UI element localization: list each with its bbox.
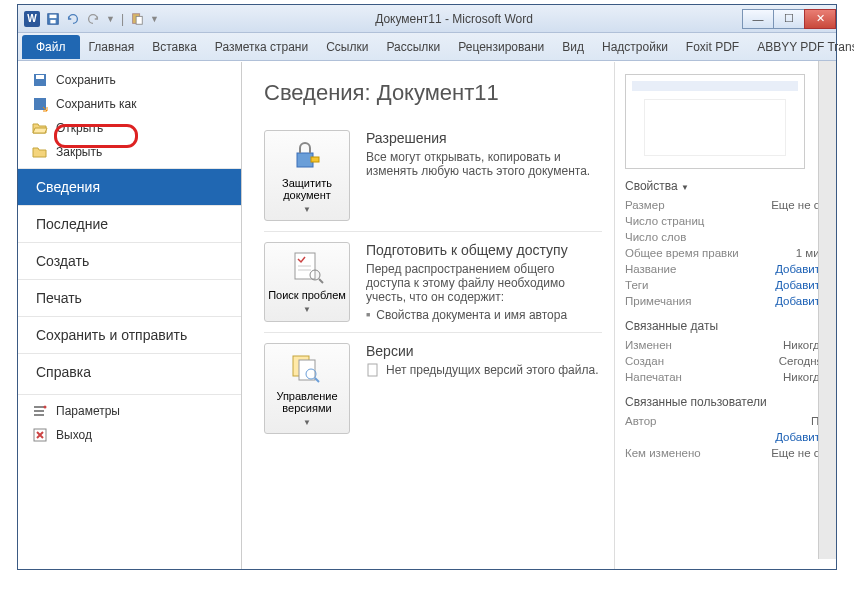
versions-label: Управление версиями: [267, 390, 347, 414]
svg-rect-10: [34, 414, 44, 416]
sidebar-new[interactable]: Создать: [18, 242, 241, 279]
ribbon-tabs: Файл Главная Вставка Разметка страни Ссы…: [18, 33, 836, 61]
check-issues-button[interactable]: Поиск проблем▼: [264, 242, 350, 322]
word-icon: W: [24, 11, 40, 27]
qat-dropdown2-icon[interactable]: ▼: [150, 14, 159, 24]
property-row: АвторПК: [625, 413, 826, 429]
property-row: НазваниеДобавить: [625, 261, 826, 277]
property-label: Число слов: [625, 231, 686, 243]
save-icon: [32, 72, 48, 88]
manage-versions-button[interactable]: Управление версиями▼: [264, 343, 350, 434]
property-row: СозданСегодня,: [625, 353, 826, 369]
property-row: Число слов0: [625, 229, 826, 245]
tab-foxit[interactable]: Foxit PDF: [677, 36, 748, 58]
sidebar-exit[interactable]: Выход: [18, 423, 241, 447]
property-label: Автор: [625, 415, 656, 427]
tab-insert[interactable]: Вставка: [143, 36, 206, 58]
tab-mailings[interactable]: Рассылки: [377, 36, 449, 58]
svg-rect-9: [34, 410, 44, 412]
sidebar-saveas[interactable]: Сохранить как: [18, 92, 241, 116]
property-label: Примечания: [625, 295, 691, 307]
property-label: Название: [625, 263, 676, 275]
properties-panel: Свойства ▼ РазмерЕще не соЧисло страницЧ…: [614, 62, 836, 569]
undo-icon[interactable]: [66, 12, 80, 26]
sidebar-open-label: Открыть: [56, 121, 103, 135]
doc-icon: [366, 363, 380, 377]
folder-close-icon: [32, 144, 48, 160]
title-bar: W ▼ | ▼ Документ11 - Microsoft Word — ☐ …: [18, 5, 836, 33]
svg-rect-1: [50, 14, 57, 18]
info-title: Сведения: Документ11: [264, 80, 602, 106]
maximize-button[interactable]: ☐: [773, 9, 805, 29]
permissions-heading: Разрешения: [366, 130, 602, 146]
sidebar-help[interactable]: Справка: [18, 353, 241, 390]
property-row: РазмерЕще не со: [625, 197, 826, 213]
versions-text: Нет предыдущих версий этого файла.: [386, 363, 599, 377]
document-thumbnail[interactable]: [625, 74, 805, 169]
sidebar-saveas-label: Сохранить как: [56, 97, 136, 111]
users-heading: Связанные пользователи: [625, 395, 826, 409]
svg-line-23: [315, 378, 319, 382]
property-label: Изменен: [625, 339, 672, 351]
svg-rect-4: [136, 16, 142, 24]
sidebar-open[interactable]: Открыть: [18, 116, 241, 140]
svg-line-19: [319, 279, 323, 283]
sidebar-save[interactable]: Сохранить: [18, 68, 241, 92]
property-row: ИзмененНикогда: [625, 337, 826, 353]
tab-home[interactable]: Главная: [80, 36, 144, 58]
prepare-bullet: Свойства документа и имя автора: [366, 308, 602, 322]
tab-review[interactable]: Рецензировани: [449, 36, 553, 58]
svg-rect-14: [311, 157, 319, 162]
folder-open-icon: [32, 120, 48, 136]
qat-dropdown-icon[interactable]: ▼: [106, 14, 115, 24]
svg-rect-2: [50, 19, 55, 23]
versions-heading: Версии: [366, 343, 602, 359]
paste-icon[interactable]: [130, 12, 144, 26]
minimize-button[interactable]: —: [742, 9, 774, 29]
tab-addins[interactable]: Надстройки: [593, 36, 677, 58]
exit-icon: [32, 427, 48, 443]
sidebar-print[interactable]: Печать: [18, 279, 241, 316]
tab-view[interactable]: Вид: [553, 36, 593, 58]
sidebar-exit-label: Выход: [56, 428, 92, 442]
sidebar-save-label: Сохранить: [56, 73, 116, 87]
sidebar-options-label: Параметры: [56, 404, 120, 418]
svg-rect-8: [34, 406, 44, 408]
versions-icon: [289, 350, 325, 386]
svg-rect-24: [368, 364, 377, 376]
property-label: Число страниц: [625, 215, 704, 227]
properties-dropdown[interactable]: Свойства ▼: [625, 179, 826, 193]
sidebar-recent[interactable]: Последние: [18, 205, 241, 242]
svg-rect-6: [36, 75, 44, 79]
property-row: Число страниц: [625, 213, 826, 229]
property-label: Кем изменено: [625, 447, 701, 459]
sidebar-close-label: Закрыть: [56, 145, 102, 159]
info-panel: Сведения: Документ11 Защитить документ▼ …: [242, 62, 614, 569]
redo-icon[interactable]: [86, 12, 100, 26]
permissions-text: Все могут открывать, копировать и изменя…: [366, 150, 602, 178]
property-label: Размер: [625, 199, 665, 211]
dates-heading: Связанные даты: [625, 319, 826, 333]
property-label: Общее время правки: [625, 247, 739, 259]
sidebar-share[interactable]: Сохранить и отправить: [18, 316, 241, 353]
save-icon[interactable]: [46, 12, 60, 26]
check-label: Поиск проблем: [268, 289, 346, 301]
tab-file[interactable]: Файл: [22, 35, 80, 59]
tab-references[interactable]: Ссылки: [317, 36, 377, 58]
tab-layout[interactable]: Разметка страни: [206, 36, 317, 58]
property-row: ТегиДобавить: [625, 277, 826, 293]
prepare-text: Перед распространением общего доступа к …: [366, 262, 602, 304]
property-label: Создан: [625, 355, 664, 367]
close-button[interactable]: ✕: [804, 9, 836, 29]
sidebar-close[interactable]: Закрыть: [18, 140, 241, 164]
property-row: НапечатанНикогда: [625, 369, 826, 385]
protect-label: Защитить документ: [267, 177, 347, 201]
sidebar-info[interactable]: Сведения: [18, 168, 241, 205]
scrollbar-vertical[interactable]: [818, 61, 836, 559]
protect-document-button[interactable]: Защитить документ▼: [264, 130, 350, 221]
checklist-icon: [289, 249, 325, 285]
lock-icon: [289, 137, 325, 173]
options-icon: [32, 403, 48, 419]
tab-abbyy[interactable]: ABBYY PDF Trans: [748, 36, 854, 58]
sidebar-options[interactable]: Параметры: [18, 399, 241, 423]
